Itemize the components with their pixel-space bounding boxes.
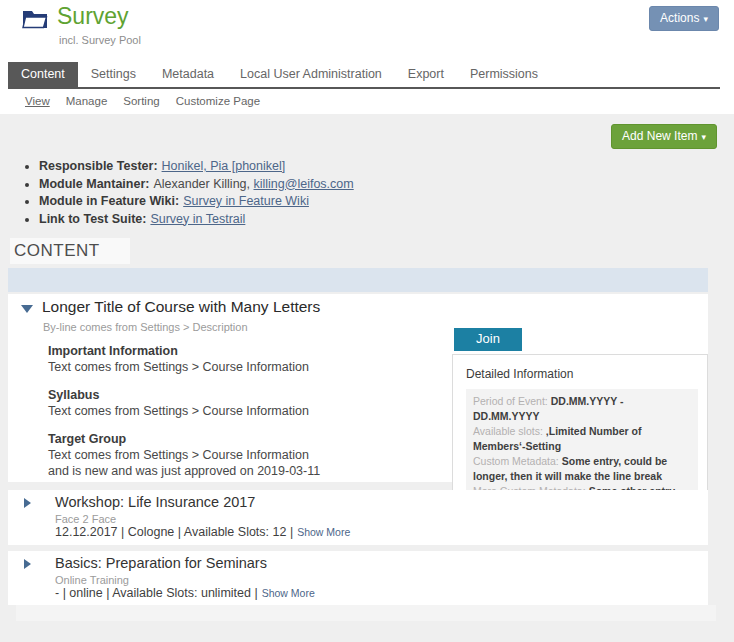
section-heading: Important Information bbox=[48, 344, 428, 358]
section-heading: Target Group bbox=[48, 432, 428, 446]
toolbar: Add New Item▾ bbox=[0, 114, 734, 156]
subtab-sorting[interactable]: Sorting bbox=[123, 95, 159, 107]
course-byline: Face 2 Face bbox=[55, 513, 116, 525]
info-link[interactable]: killing@leifos.com bbox=[253, 177, 353, 191]
show-more-link[interactable]: Show More bbox=[262, 587, 315, 599]
add-new-item-button[interactable]: Add New Item▾ bbox=[611, 124, 717, 149]
section-heading: Syllabus bbox=[48, 388, 428, 402]
details-row: Custom Metadata:Some entry, could be lon… bbox=[473, 454, 691, 484]
expand-triangle-icon[interactable] bbox=[24, 498, 31, 508]
course-title[interactable]: Longer Title of Course with Many Letters bbox=[42, 298, 320, 316]
folder-icon bbox=[22, 10, 48, 29]
expand-triangle-icon[interactable] bbox=[24, 559, 31, 569]
collapse-triangle-icon[interactable] bbox=[21, 305, 33, 313]
actions-button[interactable]: Actions▾ bbox=[649, 6, 719, 31]
info-link[interactable]: Survey in Feature Wiki bbox=[183, 194, 309, 208]
details-row: Available slots:‚Limited Number of Membe… bbox=[473, 424, 691, 454]
info-item-module-maintainer: Module Mantainer:Alexander Killing, kill… bbox=[39, 176, 734, 194]
details-label: Available slots: bbox=[473, 425, 543, 437]
details-label: Custom Metadata: bbox=[473, 455, 559, 467]
course-meta: - | online | Available Slots: unlimited … bbox=[55, 586, 315, 600]
info-label: Link to Test Suite: bbox=[39, 212, 146, 226]
info-item-test-suite: Link to Test Suite:Survey in Testrail bbox=[39, 211, 734, 229]
course-meta: 12.12.2017 | Cologne | Available Slots: … bbox=[55, 525, 350, 539]
details-label: Period of Event: bbox=[473, 395, 548, 407]
course-side-panel: Join Detailed Information Period of Even… bbox=[452, 328, 708, 515]
tab-settings[interactable]: Settings bbox=[78, 62, 149, 87]
section-text: Text comes from Settings > Course Inform… bbox=[48, 360, 428, 375]
section-text: Text comes from Settings > Course Inform… bbox=[48, 448, 428, 463]
subtab-manage[interactable]: Manage bbox=[66, 95, 108, 107]
info-link[interactable]: Survey in Testrail bbox=[150, 212, 245, 226]
course-byline: Online Training bbox=[55, 574, 129, 586]
tab-bar: Content Settings Metadata Local User Adm… bbox=[0, 62, 734, 89]
tab-local-user-administration[interactable]: Local User Administration bbox=[227, 62, 395, 87]
subtab-view[interactable]: View bbox=[25, 95, 50, 107]
info-label: Responsible Tester: bbox=[39, 159, 158, 173]
join-button[interactable]: Join bbox=[454, 328, 522, 351]
tab-content[interactable]: Content bbox=[8, 62, 78, 87]
item-list: Longer Title of Course with Many Letters… bbox=[8, 268, 708, 621]
tab-metadata[interactable]: Metadata bbox=[149, 62, 227, 87]
info-item-feature-wiki: Module in Feature Wiki:Survey in Feature… bbox=[39, 193, 734, 211]
subtab-bar: View Manage Sorting Customize Page bbox=[0, 89, 734, 114]
section-text: and is new and was just approved on 2019… bbox=[48, 464, 428, 479]
course-sections: Important Information Text comes from Se… bbox=[48, 344, 428, 479]
caret-down-icon: ▾ bbox=[701, 132, 706, 142]
page-subtitle: incl. Survey Pool bbox=[59, 34, 141, 46]
tab-permissions[interactable]: Permissions bbox=[457, 62, 551, 87]
course-title[interactable]: Basics: Preparation for Seminars bbox=[55, 555, 267, 571]
course-item-collapsed: Basics: Preparation for Seminars Online … bbox=[8, 551, 708, 605]
subtab-customize-page[interactable]: Customize Page bbox=[176, 95, 260, 107]
course-byline: By-line comes from Settings > Descriptio… bbox=[43, 321, 248, 333]
list-header-bar bbox=[8, 268, 708, 292]
course-item-collapsed: Workshop: Life Insurance 2017 Face 2 Fac… bbox=[8, 490, 708, 545]
list-footer-strip bbox=[16, 605, 716, 621]
details-row: Period of Event:DD.MM.YYYY - DD.MM.YYYY bbox=[473, 394, 691, 424]
content-area: Add New Item▾ Responsible Tester:Honikel… bbox=[0, 114, 734, 642]
details-box: Period of Event:DD.MM.YYYY - DD.MM.YYYY … bbox=[466, 389, 698, 505]
content-section-heading: CONTENT bbox=[10, 238, 130, 264]
page-header: Survey incl. Survey Pool Actions▾ bbox=[0, 0, 734, 62]
info-label: Module in Feature Wiki: bbox=[39, 194, 179, 208]
details-heading: Detailed Information bbox=[466, 367, 698, 381]
info-label: Module Mantainer: bbox=[39, 177, 149, 191]
show-more-link[interactable]: Show More bbox=[297, 526, 350, 538]
info-list: Responsible Tester:Honikel, Pia [phonike… bbox=[24, 158, 734, 228]
caret-down-icon: ▾ bbox=[703, 14, 708, 24]
course-title[interactable]: Workshop: Life Insurance 2017 bbox=[55, 494, 255, 510]
course-item-expanded: Longer Title of Course with Many Letters… bbox=[8, 294, 708, 482]
tab-export[interactable]: Export bbox=[395, 62, 457, 87]
info-link[interactable]: Honikel, Pia [phonikel] bbox=[162, 159, 286, 173]
page-title: Survey bbox=[57, 3, 129, 30]
info-item-responsible-tester: Responsible Tester:Honikel, Pia [phonike… bbox=[39, 158, 734, 176]
section-text: Text comes from Settings > Course Inform… bbox=[48, 404, 428, 419]
